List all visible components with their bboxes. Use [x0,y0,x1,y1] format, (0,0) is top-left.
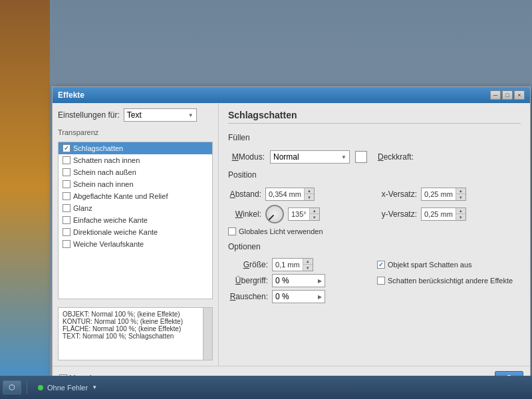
groesse-arrows: ▲ ▼ [303,259,313,271]
schatten-berueck-label: Schatten berücksichtigt andere Effekte [388,277,513,285]
effect-checkbox-schein-aussen[interactable] [63,168,70,176]
status-text: Ohne Fehler [47,384,88,392]
effect-checkbox-glanz[interactable] [63,204,70,212]
uebergriff-row: Übergriff: 0 % ▶ Schatten berücksichtigt… [228,274,521,287]
winkel-label: Winkel: [228,209,261,219]
winkel-value: 135° [289,210,309,218]
effect-item-schlagschatten[interactable]: ✓ Schlagschatten [59,142,212,154]
groesse-spinner[interactable]: 0,1 mm ▲ ▼ [272,258,313,271]
yversatz-value: 0,25 mm [422,210,456,218]
modus-value: Normal [273,152,299,162]
yversatz-spinner[interactable]: 0,25 mm ▲ ▼ [421,207,466,221]
taskbar-status: Ohne Fehler ▼ [38,384,97,392]
effect-item-glanz[interactable]: Glanz [59,202,212,214]
uebergriff-dropdown[interactable]: 0 % ▶ [272,274,325,287]
optionen-label: Optionen [228,242,521,251]
modus-row: MModus: Normal ▼ Deckkraft: [228,150,521,164]
desktop: Effekte ─ □ × Einstellungen für: Text ▼ … [0,0,532,399]
effect-item-direktionale-weiche[interactable]: Direktionale weiche Kante [59,226,212,238]
effect-checkbox-direktionale-weiche[interactable] [63,228,70,236]
effect-checkbox-schein-innen[interactable] [63,180,70,188]
abstand-spinner[interactable]: 0,354 mm ▲ ▼ [265,188,315,201]
yversatz-up[interactable]: ▲ [456,208,466,214]
optionen-section: Optionen Größe: 0,1 mm ▲ ▼ [228,242,521,303]
effect-item-schatten-innen[interactable]: Schatten nach innen [59,154,212,166]
x-versatz-label: x-Versatz: [377,190,417,199]
taskbar-start: ⬡ Ohne Fehler ▼ [3,380,97,394]
abstand-down[interactable]: ▼ [305,194,314,200]
rauschen-arrow: ▶ [318,294,322,300]
effect-label-schatten-innen: Schatten nach innen [73,156,140,164]
effect-item-schein-innen[interactable]: Schein nach innen [59,178,212,190]
effect-label-schein-innen: Schein nach innen [73,180,134,188]
abstand-up[interactable]: ▲ [305,188,314,194]
settings-dropdown[interactable]: Text ▼ [124,108,197,122]
effect-label-kante-relief: Abgeflachte Kante und Relief [73,192,168,200]
xversatz-down[interactable]: ▼ [456,194,466,200]
winkel-group: Winkel: 135° ▲ ▼ [228,205,372,223]
summary-line-4: TEXT: Normal 100 %; Schlagschatten [63,332,199,340]
settings-row: Einstellungen für: Text ▼ [58,108,213,122]
effect-checkbox-schlagschatten[interactable]: ✓ [63,144,70,152]
effect-checkbox-kante-relief[interactable] [63,192,70,200]
modus-dropdown[interactable]: Normal ▼ [270,150,350,164]
color-swatch[interactable] [355,151,367,163]
effect-item-schein-aussen[interactable]: Schein nach außen [59,166,212,178]
fuellen-label: Füllen [228,133,521,142]
rauschen-row: Rauschen: 0 % ▶ [228,290,521,303]
groesse-group: Größe: 0,1 mm ▲ ▼ [228,258,372,271]
objekt-spart-checkbox[interactable]: ✓ [377,261,385,269]
xversatz-spinner[interactable]: 0,25 mm ▲ ▼ [421,188,466,201]
winkel-spinner[interactable]: 135° ▲ ▼ [288,207,320,221]
groesse-up[interactable]: ▲ [303,259,313,265]
maximize-button[interactable]: □ [502,90,513,100]
settings-dropdown-arrow: ▼ [188,112,194,118]
effect-label-einfache-weiche: Einfache weiche Kante [73,216,148,224]
taskbar-separator [27,381,27,394]
rauschen-group: Rauschen: 0 % ▶ [228,290,372,303]
xversatz-up[interactable]: ▲ [456,188,466,194]
globales-licht-checkbox[interactable] [228,227,236,235]
winkel-arrows: ▲ ▼ [309,208,319,220]
dial-needle [269,215,274,220]
taskbar-app-button[interactable]: ⬡ [3,380,21,394]
rauschen-dropdown[interactable]: 0 % ▶ [272,290,325,303]
settings-for-label: Einstellungen für: [58,110,120,120]
abstand-label: Abstand: [228,190,261,199]
winkel-down[interactable]: ▼ [310,214,319,220]
effect-item-weiche-verlauf[interactable]: Weiche Verlaufskante [59,238,212,250]
effect-item-kante-relief[interactable]: Abgeflachte Kante und Relief [59,190,212,202]
close-button[interactable]: × [514,90,525,100]
yversatz-group: y-Versatz: 0,25 mm ▲ ▼ [377,207,521,221]
abstand-group: Abstand: 0,354 mm ▲ ▼ [228,188,372,201]
transparenz-label: Transparenz [58,128,213,136]
dialog-titlebar: Effekte ─ □ × [53,87,530,103]
effect-checkbox-weiche-verlauf[interactable] [63,240,70,248]
dialog-title: Effekte [58,90,84,100]
yversatz-down[interactable]: ▼ [456,214,466,220]
schatten-berueck-checkbox[interactable] [377,277,385,285]
left-sidebar [0,0,50,376]
schatten-berueck-group: Schatten berücksichtigt andere Effekte [377,277,521,285]
effect-label-schein-aussen: Schein nach außen [73,168,136,176]
summary-scrollbar[interactable] [203,308,212,360]
effect-item-einfache-weiche[interactable]: Einfache weiche Kante [59,214,212,226]
winkel-up[interactable]: ▲ [310,208,319,214]
groesse-down[interactable]: ▼ [303,265,313,271]
xversatz-arrows: ▲ ▼ [456,188,466,200]
uebergriff-label: Übergriff: [228,276,268,285]
minimize-button[interactable]: ─ [490,90,501,100]
dialog-body: Einstellungen für: Text ▼ Transparenz ✓ … [53,103,530,366]
winkel-dial[interactable] [265,205,284,223]
groesse-row: Größe: 0,1 mm ▲ ▼ ✓ [228,258,521,271]
effect-checkbox-einfache-weiche[interactable] [63,216,70,224]
effect-checkbox-schatten-innen[interactable] [63,156,70,164]
abstand-xversatz-row: Abstand: 0,354 mm ▲ ▼ x-Versa [228,188,521,201]
effect-label-weiche-verlauf: Weiche Verlaufskante [73,240,144,248]
right-panel: Schlagschatten Füllen MModus: Normal ▼ [219,103,530,366]
status-dropdown-arrow[interactable]: ▼ [92,384,97,390]
yversatz-arrows: ▲ ▼ [456,208,466,220]
rauschen-value: 0 % [275,292,289,301]
objekt-spart-label: Objekt spart Schatten aus [388,261,472,269]
settings-value: Text [127,110,142,120]
